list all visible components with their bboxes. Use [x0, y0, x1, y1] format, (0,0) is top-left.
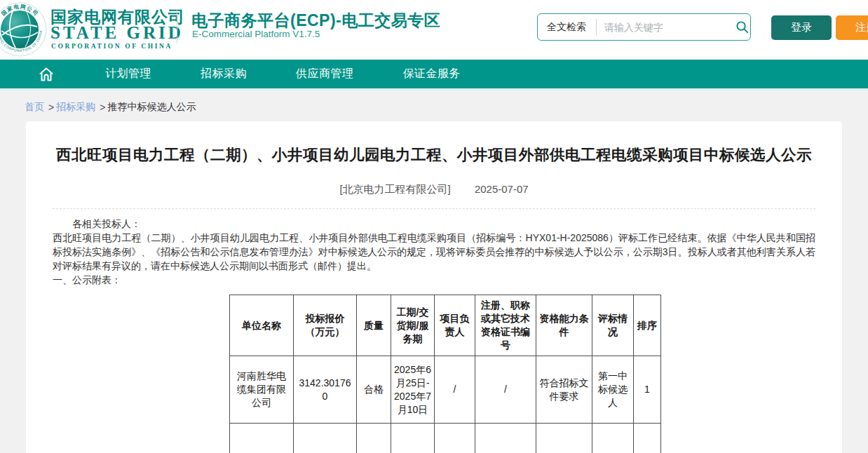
- table-header-cell: 项目负责人: [435, 295, 475, 356]
- publish-date: 2025-07-07: [475, 183, 529, 195]
- breadcrumb-separator: >: [100, 102, 105, 113]
- results-table: 单位名称投标报价（万元）质量工期/交货期/服务期项目负责人注册、职称或其它技术资…: [229, 295, 661, 453]
- table-header-row: 单位名称投标报价（万元）质量工期/交货期/服务期项目负责人注册、职称或其它技术资…: [230, 295, 661, 356]
- table-cell: [475, 424, 536, 453]
- table-header-cell: 注册、职称或其它技术资格证书编号: [475, 295, 536, 356]
- search-input[interactable]: [597, 22, 734, 33]
- register-button[interactable]: 注册: [836, 15, 868, 40]
- org-name-english-sub: CORPORATION OF CHINA: [51, 43, 172, 50]
- main-nav: 计划管理 招标采购 供应商管理 保证金服务: [0, 60, 868, 90]
- search-box: 全文检索: [537, 13, 751, 41]
- table-cell: 符合招标文件要求: [536, 356, 592, 424]
- table-cell: 2025年6月25日-2025年7月10日: [391, 356, 435, 424]
- table-row: 河南胜华电缆集团有限公司3142.301760合格2025年6月25日-2025…: [230, 356, 661, 424]
- table-cell: 1: [634, 356, 661, 424]
- breadcrumb: 首页 > 招标采购 > 推荐中标候选人公示: [25, 101, 868, 114]
- search-scope-select[interactable]: 全文检索: [538, 21, 596, 34]
- nav-item-bidding-procurement[interactable]: 招标采购: [201, 67, 247, 81]
- table-header-cell: 资格能力条件: [536, 295, 592, 356]
- table-cell: [391, 424, 435, 453]
- article-meta: [北京电力工程有限公司] 2025-07-07: [53, 183, 815, 196]
- page-title: 西北旺项目电力工程（二期）、小井项目幼儿园电力工程、小井项目外部供电工程电缆采购…: [53, 137, 815, 173]
- org-name-english: STATE GRID: [50, 23, 184, 43]
- table-header-cell: 排序: [634, 295, 661, 356]
- breadcrumb-current: 推荐中标候选人公示: [107, 101, 196, 114]
- platform-version: E-Commercial Platform V1.7.5: [192, 29, 320, 39]
- table-header-cell: 单位名称: [230, 295, 294, 356]
- table-header-cell: 投标报价（万元）: [294, 295, 357, 356]
- home-icon[interactable]: [36, 66, 56, 83]
- nav-item-plan-management[interactable]: 计划管理: [105, 67, 151, 81]
- breadcrumb-bidding[interactable]: 招标采购: [56, 101, 95, 114]
- nav-item-supplier-management[interactable]: 供应商管理: [296, 67, 354, 81]
- dashed-divider: [53, 208, 815, 209]
- table-cell: /: [475, 356, 536, 424]
- header: 国家电网公司 GRID CORPORATION OF CHINA 国家电网有限公…: [0, 0, 868, 60]
- table-body: 河南胜华电缆集团有限公司3142.301760合格2025年6月25日-2025…: [230, 356, 661, 453]
- brand-divider: [177, 10, 177, 43]
- table-cell: [294, 424, 357, 453]
- table-cell: [435, 424, 475, 453]
- announcement-card: 西北旺项目电力工程（二期）、小井项目幼儿园电力工程、小井项目外部供电工程电缆采购…: [26, 121, 842, 453]
- nav-item-deposit-service[interactable]: 保证金服务: [403, 67, 461, 81]
- breadcrumb-separator: >: [48, 102, 54, 113]
- state-grid-logo-icon: 国家电网公司 GRID CORPORATION OF CHINA: [0, 1, 48, 58]
- table-caption: 一、公示附表：: [53, 273, 815, 287]
- table-header-cell: 评标情况: [592, 295, 634, 356]
- table-cell: [357, 424, 391, 453]
- table-cell: 第一中标候选人: [592, 356, 634, 424]
- table-cell: [592, 424, 634, 453]
- publisher-name: [北京电力工程有限公司]: [339, 183, 450, 195]
- table-header-cell: 工期/交货期/服务期: [391, 295, 435, 356]
- table-cell: [536, 424, 592, 453]
- table-cell: 河南胜华电缆集团有限公司: [230, 356, 294, 424]
- table-cell: [634, 424, 661, 453]
- login-button[interactable]: 登录: [771, 15, 832, 40]
- announcement-body: 西北旺项目电力工程（二期）、小井项目幼儿园电力工程、小井项目外部供电工程电缆采购…: [53, 231, 815, 273]
- table-cell: 3142.301760: [294, 356, 357, 424]
- table-cell: 合格: [357, 356, 391, 424]
- table-row-cutoff: [230, 424, 661, 453]
- salutation-text: 各相关投标人：: [53, 217, 815, 231]
- search-icon[interactable]: [734, 20, 750, 34]
- table-cell: /: [435, 356, 475, 424]
- breadcrumb-home[interactable]: 首页: [25, 101, 44, 114]
- table-cell: [230, 424, 294, 453]
- table-header-cell: 质量: [357, 295, 391, 356]
